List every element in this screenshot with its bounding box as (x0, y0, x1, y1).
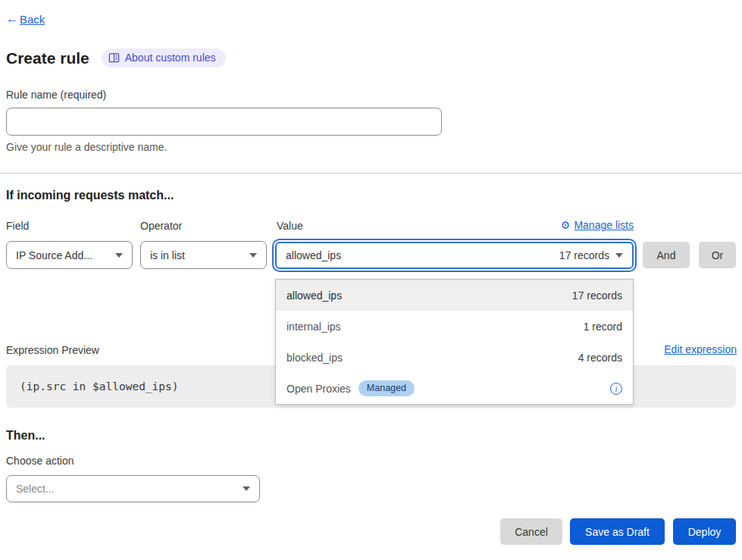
action-select[interactable]: Select... (6, 475, 260, 502)
about-custom-rules-link[interactable]: About custom rules (102, 48, 226, 67)
value-label: Value (277, 220, 303, 232)
and-button[interactable]: And (643, 242, 690, 268)
list-item-name: blocked_ips (286, 352, 343, 364)
info-icon[interactable]: i (610, 383, 622, 395)
value-select[interactable]: allowed_ips 17 records (275, 242, 634, 269)
rule-name-input[interactable] (6, 108, 442, 136)
rule-name-helper-text: Give your rule a descriptive name. (6, 141, 167, 153)
field-select-value: IP Source Add... (16, 249, 92, 261)
list-item-count: 1 record (584, 321, 622, 333)
choose-action-label: Choose action (6, 455, 74, 467)
value-select-value: allowed_ips (286, 249, 341, 261)
save-as-draft-button[interactable]: Save as Draft (570, 518, 665, 545)
dropdown-item-internal-ips[interactable]: internal_ips 1 record (276, 311, 633, 342)
list-item-name: internal_ips (286, 321, 341, 333)
operator-select-value: is in list (150, 249, 185, 261)
cancel-button[interactable]: Cancel (500, 518, 562, 545)
chevron-down-icon (615, 253, 623, 258)
operator-select[interactable]: is in list (140, 241, 267, 269)
action-select-placeholder: Select... (16, 483, 55, 495)
back-link-label: Back (20, 13, 45, 26)
value-select-records: 17 records (559, 249, 609, 261)
expression-code: (ip.src in $allowed_ips) (20, 380, 179, 393)
back-link[interactable]: ← Back (6, 12, 45, 26)
gear-icon: ⚙ (561, 219, 571, 231)
then-section-heading: Then... (6, 429, 45, 443)
list-item-count: 17 records (572, 289, 622, 302)
list-item-count: 4 records (578, 352, 622, 364)
title-row: Create rule About custom rules (6, 48, 226, 67)
list-item-name: allowed_ips (286, 289, 342, 302)
section-divider (0, 173, 742, 174)
back-arrow-icon: ← (6, 12, 18, 26)
chevron-down-icon (115, 253, 123, 258)
manage-lists-link[interactable]: ⚙ Manage lists (561, 219, 634, 231)
field-select[interactable]: IP Source Add... (6, 241, 133, 269)
page-title: Create rule (6, 49, 89, 67)
managed-badge: Managed (358, 380, 415, 396)
list-item-name: Open Proxies (286, 383, 351, 395)
about-badge-label: About custom rules (125, 52, 216, 64)
field-label: Field (6, 220, 29, 232)
dropdown-item-blocked-ips[interactable]: blocked_ips 4 records (276, 342, 633, 373)
rule-name-label: Rule name (required) (6, 89, 106, 101)
chevron-down-icon (249, 253, 257, 258)
manage-lists-label: Manage lists (574, 219, 634, 231)
dropdown-item-allowed-ips[interactable]: allowed_ips 17 records (276, 280, 633, 311)
operator-label: Operator (140, 220, 182, 232)
or-button[interactable]: Or (699, 242, 736, 268)
book-icon (108, 52, 120, 64)
edit-expression-link[interactable]: Edit expression (664, 343, 737, 355)
dropdown-item-open-proxies[interactable]: Open Proxies Managed i (276, 373, 633, 404)
match-section-heading: If incoming requests match... (6, 189, 174, 202)
value-dropdown-menu: allowed_ips 17 records internal_ips 1 re… (275, 279, 634, 405)
chevron-down-icon (243, 486, 250, 491)
deploy-button[interactable]: Deploy (673, 518, 736, 545)
expression-preview-label: Expression Preview (6, 344, 99, 356)
